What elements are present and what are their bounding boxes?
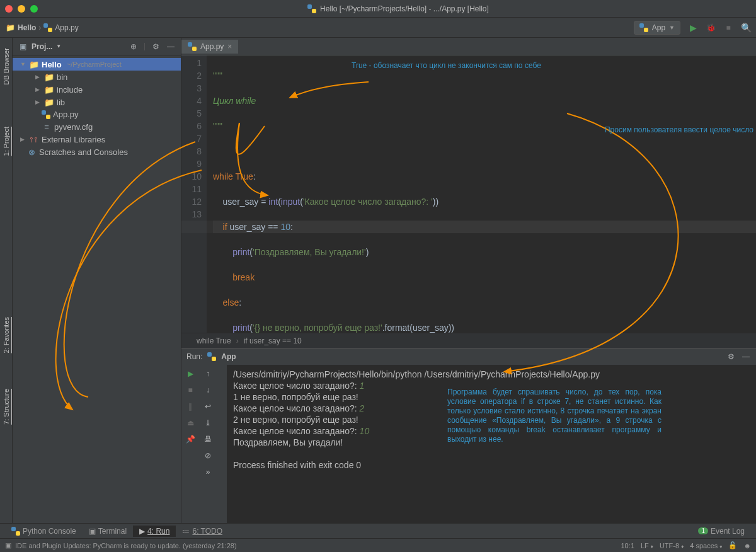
expand-arrow-icon[interactable]: ▶ [35, 86, 42, 93]
file-icon: ≡ [42, 122, 52, 132]
dropdown-icon[interactable]: ▼ [56, 43, 61, 49]
exit-button[interactable]: ⏏ [185, 418, 195, 428]
status-window-icon[interactable]: ▣ [5, 541, 11, 549]
window-minimize-button[interactable] [18, 5, 25, 13]
more-icon[interactable]: » [203, 467, 213, 477]
inspector-icon[interactable]: ☻ [743, 542, 751, 549]
editor-area: App.py × 12345678910111213 """ Цикл whil… [181, 38, 756, 523]
window-close-button[interactable] [5, 5, 13, 13]
breadcrumb-project[interactable]: Hello [18, 23, 36, 32]
chevron-right-icon: › [38, 23, 41, 32]
pause-button[interactable]: ‖ [185, 401, 195, 411]
scroll-up-icon[interactable]: ↑ [203, 369, 213, 379]
expand-arrow-icon[interactable]: ▶ [35, 74, 42, 80]
tree-label: App.py [53, 110, 78, 119]
debug-button[interactable]: 🐞 [706, 23, 716, 33]
todo-tab[interactable]: ≔ 6: TODO [176, 526, 229, 537]
expand-arrow-icon[interactable]: ▼ [20, 61, 26, 67]
console-line: 1 не верно, попробуй еще раз! [233, 391, 750, 403]
console-line: /Users/dmitriy/PycharmProjects/Hello/bin… [233, 369, 750, 380]
project-sidebar: ▣ Proj... ▼ ⊕ | ⚙ — ▼ 📁 Hello ~/PycharmP… [13, 38, 181, 523]
terminal-icon: ▣ [89, 527, 96, 536]
file-encoding[interactable]: UTF-8 ♦ [660, 542, 684, 549]
project-tool-icon: ▣ [18, 42, 28, 52]
tree-folder-bin[interactable]: ▶ 📁 bin [13, 71, 181, 83]
stop-button[interactable]: ■ [723, 23, 733, 33]
divider: | [144, 42, 146, 52]
python-icon [207, 352, 216, 361]
python-icon [11, 527, 20, 536]
tree-label: External Libraries [42, 135, 105, 144]
breadcrumb-file[interactable]: App.py [55, 23, 78, 32]
event-count-badge: 1 [698, 527, 708, 534]
hide-icon[interactable]: — [166, 42, 176, 52]
console-line [233, 448, 750, 459]
python-file-icon [188, 42, 197, 51]
editor-tab-app[interactable]: App.py × [181, 40, 238, 54]
indent-setting[interactable]: 4 spaces ♦ [690, 542, 722, 549]
editor-tabs: App.py × [181, 38, 756, 55]
print-icon[interactable]: 🖶 [203, 434, 213, 444]
tree-label: lib [57, 98, 65, 107]
tree-file-pyvenv[interactable]: ≡ pyvenv.cfg [13, 120, 181, 133]
console-output[interactable]: /Users/dmitriy/PycharmProjects/Hello/bin… [227, 365, 756, 523]
library-icon: ⫯⫯ [29, 134, 39, 144]
stop-button[interactable]: ■ [185, 385, 195, 395]
db-browser-tab[interactable]: DB Browser [1, 43, 11, 90]
tree-file-app[interactable]: App.py [13, 108, 181, 120]
tree-folder-include[interactable]: ▶ 📁 include [13, 83, 181, 96]
tree-scratches[interactable]: ⊗ Scratches and Consoles [13, 146, 181, 158]
close-tab-icon[interactable]: × [227, 42, 232, 51]
tree-root[interactable]: ▼ 📁 Hello ~/PycharmProject [13, 58, 181, 71]
tree-folder-lib[interactable]: ▶ 📁 lib [13, 96, 181, 108]
line-separator[interactable]: LF ♦ [641, 542, 653, 549]
titlebar: Hello [~/PycharmProjects/Hello] - .../Ap… [0, 0, 756, 18]
gear-icon[interactable]: ⚙ [151, 42, 161, 52]
pin-button[interactable]: 📌 [185, 434, 195, 444]
scroll-to-end-icon[interactable]: ⤓ [203, 418, 213, 428]
console-line: Поздравляем, Вы угадали! [233, 437, 750, 448]
folder-icon: 📁 [5, 23, 15, 33]
expand-arrow-icon[interactable]: ▶ [20, 136, 26, 142]
sidebar-title: Proj... [32, 42, 52, 51]
code-content[interactable]: """ Цикл while """ while True: user_say … [207, 55, 756, 333]
run-button[interactable]: ▶ [688, 23, 698, 33]
folder-icon: 📁 [44, 84, 54, 95]
tree-label: pyvenv.cfg [54, 122, 93, 132]
locate-icon[interactable]: ⊕ [129, 42, 139, 52]
pycharm-icon [307, 4, 316, 13]
scroll-down-icon[interactable]: ↓ [203, 385, 213, 395]
lock-icon[interactable]: 🔓 [728, 541, 737, 549]
run-config-selector[interactable]: App ▼ [634, 21, 680, 35]
scratches-icon: ⊗ [26, 147, 37, 157]
play-icon: ▶ [139, 527, 145, 536]
tree-external-libs[interactable]: ▶ ⫯⫯ External Libraries [13, 133, 181, 146]
folder-icon: 📁 [29, 59, 39, 69]
dropdown-arrow-icon: ▼ [669, 25, 675, 31]
tree-root-path: ~/PycharmProject [67, 60, 122, 68]
python-console-tab[interactable]: Python Console [5, 526, 83, 537]
editor-body[interactable]: 12345678910111213 """ Цикл while """ whi… [181, 55, 756, 333]
python-icon [639, 23, 648, 32]
search-button[interactable]: 🔍 [741, 23, 751, 33]
console-line: Process finished with exit code 0 [233, 459, 750, 471]
structure-tab[interactable]: 7: Structure [1, 384, 11, 430]
favorites-tab[interactable]: 2: Favorites [1, 312, 11, 358]
event-log-tab[interactable]: 1 Event Log [692, 526, 751, 537]
cursor-position[interactable]: 10:1 [621, 542, 634, 549]
project-tab[interactable]: 1: Project [1, 122, 11, 161]
terminal-tab[interactable]: ▣ Terminal [83, 526, 133, 537]
tree-label: include [57, 85, 83, 95]
tree-label: bin [57, 72, 67, 82]
line-gutter: 12345678910111213 [181, 55, 207, 333]
clear-icon[interactable]: ⊘ [203, 451, 213, 461]
expand-arrow-icon[interactable]: ▶ [35, 99, 42, 105]
run-tab[interactable]: ▶ 4: Run [133, 526, 176, 537]
console-line: Какое целое число загадано?: 1 [233, 380, 750, 391]
rerun-button[interactable]: ▶ [185, 369, 195, 379]
run-title: Run: [186, 352, 202, 361]
console-line: Какое целое число загадано?: 2 [233, 403, 750, 414]
status-message: IDE and Plugin Updates: PyCharm is ready… [15, 542, 237, 549]
window-maximize-button[interactable] [30, 5, 38, 13]
soft-wrap-icon[interactable]: ↩ [203, 401, 213, 411]
